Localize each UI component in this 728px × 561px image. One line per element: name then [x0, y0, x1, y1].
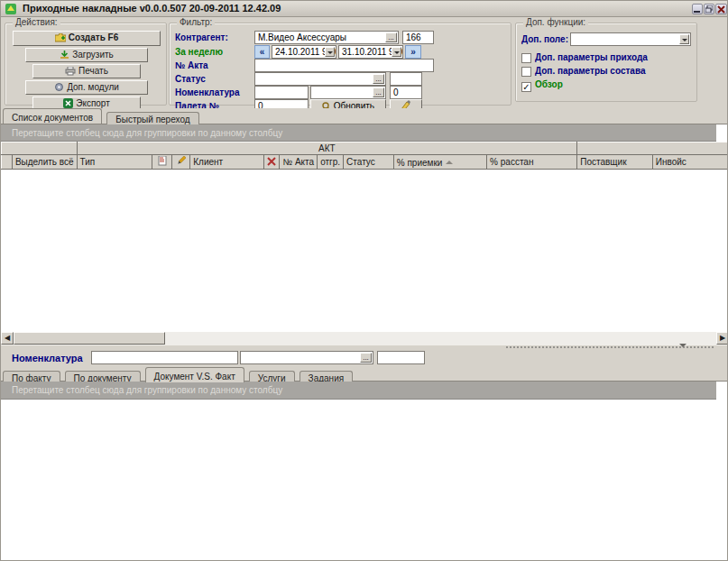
extras-legend: Доп. функции: — [523, 17, 588, 27]
extra-params-income-option[interactable]: Доп. параметры прихода — [521, 52, 648, 63]
column-header-7[interactable]: № Акта — [280, 155, 318, 170]
nomenclature-search-field-2[interactable]: ... — [240, 351, 373, 364]
close-button[interactable] — [715, 4, 727, 14]
status-count-field[interactable] — [390, 72, 422, 86]
extra-params-content-option[interactable]: Доп. параметры состава — [521, 66, 646, 77]
extra-field-combobox[interactable] — [570, 32, 691, 46]
column-header-8[interactable]: отгр. — [318, 155, 344, 170]
window-title: Приходные накладные v0.0.0.507 20-09-201… — [23, 3, 281, 14]
column-header-delete-icon[interactable] — [264, 155, 280, 170]
status-label: Статус — [175, 74, 206, 84]
create-button[interactable]: Создать F6 — [13, 31, 161, 46]
actions-legend: Действия: — [13, 17, 60, 27]
status-lookup-button[interactable]: ... — [373, 74, 384, 84]
toolbar-panel: Действия: Создать F6 Загрузить Печать До… — [1, 17, 728, 108]
tab-doc-vs-fact[interactable]: Документ V.S. Факт — [145, 367, 244, 382]
items-grid-area: Перетащите столбец сюда для группировки … — [1, 382, 728, 561]
app-icon — [5, 3, 17, 17]
folder-plus-icon — [55, 33, 66, 45]
horizontal-scrollbar[interactable]: ◀ ▶ — [1, 332, 728, 345]
nomenclature-count-field[interactable]: 0 — [390, 86, 422, 99]
tab-quick-jump[interactable]: Быстрый переход — [106, 112, 198, 125]
sort-asc-icon — [446, 157, 453, 164]
band-empty-right — [577, 143, 728, 155]
overview-option[interactable]: ✓Обзор — [521, 79, 563, 90]
scroll-left-icon[interactable]: ◀ — [1, 332, 14, 345]
column-header-5[interactable]: Клиент — [190, 155, 264, 170]
checkbox-overview[interactable]: ✓ — [521, 82, 531, 92]
nomenclature-search-lookup-button[interactable]: ... — [360, 353, 372, 363]
contragent-label: Контрагент: — [175, 32, 228, 42]
combobox-arrow-icon[interactable] — [679, 34, 689, 44]
contragent-field[interactable]: М.Видео Аксессуары... — [254, 31, 399, 44]
actions-groupbox: Действия: Создать F6 Загрузить Печать До… — [5, 23, 167, 106]
modules-button[interactable]: Доп. модули — [25, 80, 148, 95]
title-bar: Приходные накладные v0.0.0.507 20-09-201… — [1, 1, 728, 17]
column-header-11[interactable]: % расстан — [487, 155, 577, 170]
group-by-panel-top[interactable]: Перетащите столбец сюда для группировки … — [1, 124, 716, 142]
nomenclature-field-1[interactable] — [254, 86, 309, 99]
nomenclature-search-field-1[interactable] — [91, 351, 238, 364]
gear-icon — [54, 82, 64, 95]
contragent-count-field[interactable]: 166 — [402, 31, 434, 44]
nomenclature-field-2[interactable]: ... — [310, 86, 386, 99]
documents-table: АКТВыделить всёТипКлиент№ Актаотгр.Стату… — [1, 142, 728, 170]
nomenclature-search-field-3[interactable] — [377, 351, 425, 364]
checkbox-income[interactable] — [521, 53, 531, 63]
column-header-2[interactable]: Тип — [77, 155, 152, 170]
column-header-0[interactable] — [2, 155, 13, 170]
act-no-field[interactable] — [254, 59, 434, 72]
restore-button[interactable] — [704, 4, 714, 14]
top-tabs: Список документов Быстрый переход — [1, 108, 728, 124]
column-header-12[interactable]: Поставщик — [577, 155, 653, 170]
print-button[interactable]: Печать — [32, 64, 141, 78]
documents-grid-area: Перетащите столбец сюда для группировки … — [1, 124, 728, 332]
nomenclature-panel: Номенклатура ... — [1, 349, 716, 367]
group-by-panel-bottom[interactable]: Перетащите столбец сюда для группировки … — [1, 382, 716, 400]
nomenclature-lookup-button[interactable]: ... — [373, 87, 384, 97]
bottom-tabs: По факту По документу Документ V.S. Факт… — [1, 367, 728, 382]
load-button[interactable]: Загрузить — [25, 48, 148, 62]
column-header-13[interactable]: Инвойс — [652, 155, 728, 170]
status-field[interactable]: ... — [254, 72, 386, 86]
column-header-doc-icon[interactable] — [152, 155, 172, 170]
date-from-field[interactable]: 24.10.2011 9:00:00 — [272, 45, 336, 59]
act-no-label: № Акта — [175, 60, 208, 70]
contragent-lookup-button[interactable]: ... — [385, 32, 397, 42]
band-empty-left — [2, 143, 78, 155]
column-header-pencil-icon[interactable] — [172, 155, 190, 170]
filter-groupbox: Фильтр: Контрагент: М.Видео Аксессуары..… — [169, 23, 511, 106]
date-to-dropdown-icon[interactable] — [392, 47, 401, 57]
next-week-button[interactable]: » — [405, 45, 421, 59]
column-header-1[interactable]: Выделить всё — [12, 155, 77, 170]
week-label: За неделю — [175, 47, 223, 57]
printer-icon — [65, 67, 76, 78]
date-to-field[interactable]: 31.10.2011 9:00:00 — [338, 45, 403, 59]
checkbox-content[interactable] — [521, 67, 531, 77]
minimize-button[interactable] — [692, 4, 703, 14]
column-header-10[interactable]: % приемки — [393, 155, 486, 170]
band-akt: АКТ — [77, 143, 577, 155]
extras-groupbox: Доп. функции: Доп. поле: Доп. параметры … — [515, 23, 697, 102]
nomenclature-panel-label: Номенклатура — [12, 353, 83, 363]
tab-document-list[interactable]: Список документов — [3, 108, 102, 124]
extra-field-label: Доп. поле: — [521, 34, 568, 44]
nomenclature-label: Номенклатура — [175, 87, 239, 97]
download-icon — [60, 51, 69, 62]
prev-week-button[interactable]: « — [254, 45, 270, 59]
filter-legend: Фильтр: — [177, 17, 215, 27]
scroll-right-icon[interactable]: ▶ — [716, 332, 728, 345]
column-header-9[interactable]: Статус — [344, 155, 394, 170]
date-from-dropdown-icon[interactable] — [325, 47, 335, 57]
scrollbar-thumb[interactable] — [14, 332, 165, 345]
app-window: Приходные накладные v0.0.0.507 20-09-201… — [0, 0, 728, 561]
